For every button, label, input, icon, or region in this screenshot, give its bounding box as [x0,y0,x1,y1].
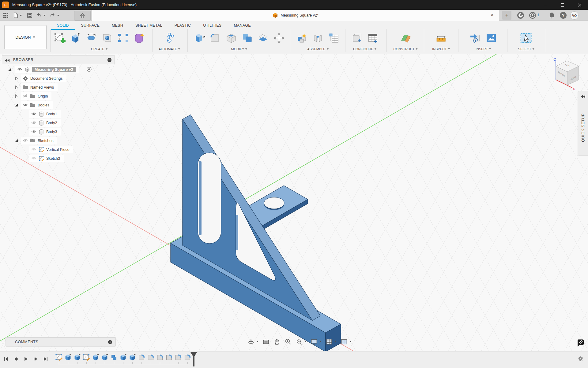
display-icon[interactable] [311,338,318,345]
expand-closed-icon[interactable] [14,76,19,81]
notifications-icon[interactable] [548,12,556,19]
pb-play-button[interactable] [23,356,28,362]
activate-component-radio[interactable] [86,67,92,72]
expand-open-icon[interactable] [14,138,19,143]
comments-bar[interactable]: COMMENTS [6,337,116,347]
avatar[interactable]: VO [570,11,579,20]
viewports-icon[interactable] [341,338,348,345]
close-button[interactable] [571,0,588,10]
derive-button[interactable] [468,30,483,46]
display-dropdown-icon[interactable] [320,341,322,342]
expand-closed-icon[interactable] [14,94,19,98]
move-button[interactable] [272,30,286,46]
ribbon-group-label[interactable]: CREATE [91,47,107,51]
measure-button[interactable] [434,30,448,46]
look-at-icon[interactable] [262,338,270,345]
form-button[interactable] [132,30,146,46]
workspace-selector[interactable]: DESIGN [4,25,47,49]
collapse-panel-icon[interactable] [5,58,10,62]
new-tab-button[interactable]: + [502,11,511,20]
shell-button[interactable] [224,30,239,46]
ribbon-tab-solid[interactable]: SOLID [51,21,75,30]
timeline-settings-icon[interactable] [578,356,584,362]
timeline-feature-fillet-icon[interactable] [147,354,154,361]
new-component-button[interactable] [295,30,309,46]
eye-icon[interactable] [31,112,36,116]
pb-prev-button[interactable] [13,356,19,362]
timeline-feature-extrude-icon[interactable] [74,354,81,361]
eye-icon[interactable] [31,129,36,134]
close-tab-button[interactable]: × [489,12,495,18]
redo-dropdown-icon[interactable] [57,15,59,16]
timeline-feature-extrude-icon[interactable] [119,354,127,361]
timeline-marker[interactable] [193,352,194,366]
home-view-button[interactable] [74,11,91,21]
app-grid-icon[interactable] [3,13,9,18]
select-cursor-button[interactable] [519,30,533,46]
timeline-feature-combine-icon[interactable] [110,354,118,361]
ribbon-group-label[interactable]: AUTOMATE [159,47,180,51]
browser-row-label[interactable]: Body3 [46,130,57,134]
browser-row-label[interactable]: Origin [38,94,48,98]
pb-next-button[interactable] [33,356,38,362]
ribbon-group-label[interactable]: MODIFY [231,47,247,51]
browser-row-bodies[interactable]: Bodies [0,101,123,109]
expand-open-icon[interactable] [14,103,19,107]
browser-row-vertical-piece[interactable]: Vertical Piece [0,145,123,154]
config-table-button[interactable] [365,30,380,46]
browser-row-named-views[interactable]: Named Views [0,83,123,92]
browser-row-body2[interactable]: Body2 [0,118,123,127]
browser-row-label[interactable]: Sketch3 [46,156,60,161]
automate-button[interactable] [162,30,177,46]
help-icon[interactable]: ? [560,12,567,19]
grid-display-icon[interactable] [326,338,333,345]
create-sketch-button[interactable] [52,30,67,46]
orbit-dropdown-icon[interactable] [257,341,258,342]
view-cube[interactable]: Z TOP FRONT RIGHT X [548,57,588,95]
maximize-button[interactable] [554,0,571,10]
eye-off-icon[interactable] [31,121,36,125]
joint-button[interactable] [311,30,325,46]
browser-row-label[interactable]: Bodies [38,103,49,107]
ribbon-tab-sheet-metal[interactable]: SHEET METAL [129,21,168,30]
orbit-icon[interactable] [247,338,254,345]
fillet-r-button[interactable] [208,30,223,46]
add-comment-icon[interactable] [108,340,112,344]
ribbon-group-label[interactable]: INSPECT [432,47,450,51]
undo-icon[interactable] [36,13,42,18]
ribbon-group-label[interactable]: SELECT [518,47,534,51]
expand-open-icon[interactable] [7,67,12,72]
eye-faded-icon[interactable] [31,147,36,152]
redo-icon[interactable] [50,13,55,18]
offset-button[interactable] [256,30,270,46]
timeline-feature-fillet-icon[interactable] [175,354,182,361]
bom-button[interactable] [326,30,341,46]
browser-header[interactable]: BROWSER [2,55,115,64]
browser-row-label[interactable]: Body1 [46,112,57,116]
new-file-dropdown-icon[interactable] [20,15,22,16]
ribbon-group-label[interactable]: CONFIGURE [353,47,376,51]
combine-button[interactable] [240,30,254,46]
browser-row-label[interactable]: Sketches [38,139,53,143]
browser-row-sketch3[interactable]: Sketch3 [0,154,123,163]
expand-closed-icon[interactable] [14,85,19,90]
construct-plane-button[interactable] [398,30,413,46]
timeline-feature-extrude-icon[interactable] [129,354,136,361]
browser-row-document-settings[interactable]: Document Settings [0,74,123,83]
fit-dropdown-icon[interactable] [305,341,307,342]
timeline-feature-extrude-icon[interactable] [64,354,72,361]
minimize-button[interactable] [537,0,554,10]
ribbon-tab-surface[interactable]: SURFACE [75,21,106,30]
document-tab[interactable]: Measuring Square v2* × [92,10,499,21]
ribbon-tab-utilities[interactable]: UTILITIES [197,21,228,30]
viewports-dropdown-icon[interactable] [350,341,352,342]
save-icon[interactable] [27,13,32,18]
browser-row-label[interactable]: Body2 [46,121,57,125]
browser-row-origin[interactable]: Origin [0,92,123,101]
browser-row-sketches[interactable]: Sketches [0,136,123,145]
zoom-icon[interactable] [285,338,292,345]
timeline-feature-fillet-icon[interactable] [138,354,145,361]
press-pull-button[interactable] [192,30,207,46]
configuration-button[interactable] [349,30,364,46]
timeline-feature-extrude-icon[interactable] [92,354,99,361]
